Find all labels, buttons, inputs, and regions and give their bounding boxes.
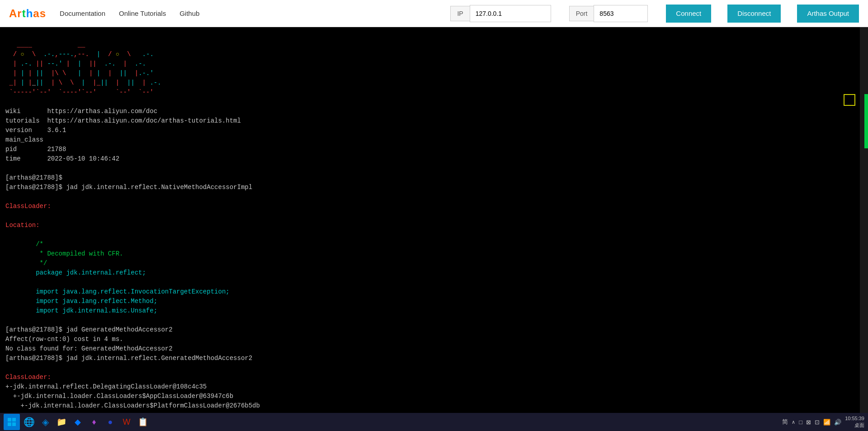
taskbar-time-value: 10:55:39 [845, 415, 864, 422]
taskbar-lang: 简 [782, 418, 788, 426]
nav-online-tutorials[interactable]: Online Tutorials [119, 8, 166, 19]
taskbar-chrome[interactable]: 🌐 [22, 415, 36, 429]
windows-icon [7, 417, 16, 426]
arthas-output-button[interactable]: Arthas Output [797, 5, 859, 23]
taskbar-vscode[interactable]: ◈ [38, 415, 52, 429]
terminal-expand-icon[interactable] [844, 94, 855, 106]
taskbar-app3[interactable]: W [119, 415, 134, 429]
start-button[interactable] [4, 414, 20, 430]
taskbar-files[interactable]: 📁 [54, 415, 69, 429]
taskbar-caret[interactable]: ∧ [792, 419, 795, 425]
svg-rect-0 [8, 418, 11, 422]
taskbar-wifi: 📶 [823, 419, 830, 426]
taskbar-app4[interactable]: 📋 [136, 415, 150, 429]
disconnect-button[interactable]: Disconnect [727, 5, 781, 23]
taskbar-app1[interactable]: ♦ [87, 415, 101, 429]
taskbar-sys1: □ [799, 419, 802, 426]
nav-github[interactable]: Github [179, 8, 199, 19]
taskbar-right: 简 ∧ □ ⊠ ⊡ 📶 🔊 10:55:39 桌面 [782, 415, 864, 429]
scrollbar-panel [860, 27, 868, 431]
logo: Arthas [9, 7, 46, 20]
terminal[interactable]: ____ __ / ○ \ .-.,---.,--. | / ○ \ .-. |… [0, 27, 860, 431]
svg-rect-2 [8, 422, 11, 426]
taskbar-date-label: 桌面 [845, 422, 864, 429]
taskbar-blue1[interactable]: ◆ [71, 415, 85, 429]
taskbar-volume[interactable]: 🔊 [834, 419, 841, 426]
nav-documentation[interactable]: Documentation [60, 8, 105, 19]
taskbar-sys3: ⊡ [815, 419, 820, 426]
taskbar-sys2: ⊠ [806, 419, 811, 426]
scroll-indicator[interactable] [864, 94, 868, 148]
ip-group: IP [450, 5, 551, 22]
port-input[interactable] [594, 5, 648, 22]
ip-label: IP [450, 6, 469, 21]
taskbar: 🌐 ◈ 📁 ◆ ♦ ● W 📋 简 ∧ □ ⊠ ⊡ 📶 🔊 10:55:39 桌… [0, 413, 868, 431]
ip-input[interactable] [470, 5, 551, 22]
port-label: Port [569, 6, 594, 21]
taskbar-app2[interactable]: ● [103, 415, 118, 429]
port-group: Port [569, 5, 648, 22]
svg-rect-3 [12, 422, 16, 426]
taskbar-clock: 10:55:39 桌面 [845, 415, 864, 429]
svg-rect-1 [12, 418, 16, 422]
navbar: Arthas Documentation Online Tutorials Gi… [0, 0, 868, 27]
terminal-container: ____ __ / ○ \ .-.,---.,--. | / ○ \ .-. |… [0, 27, 868, 431]
connect-button[interactable]: Connect [666, 5, 711, 23]
logo-text: A [9, 7, 17, 19]
